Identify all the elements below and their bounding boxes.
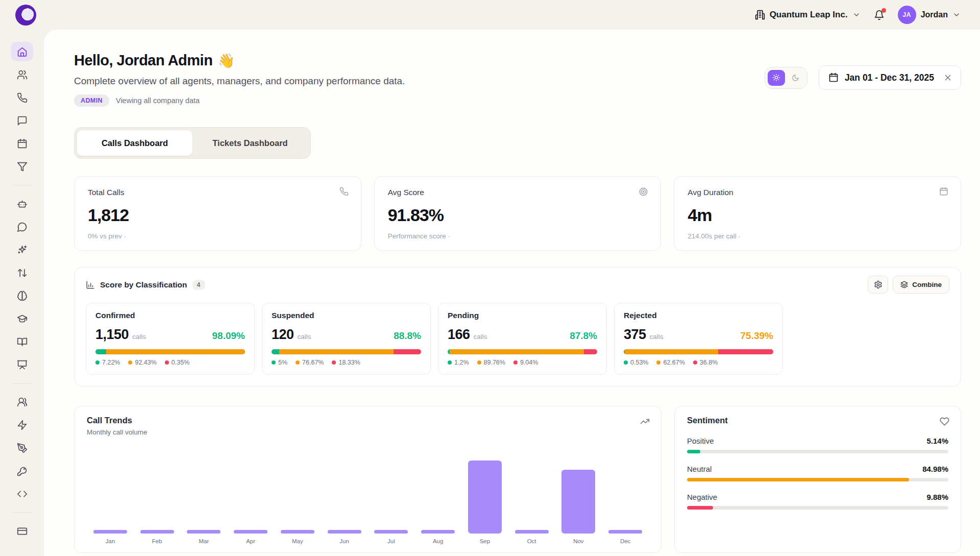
trending-up-icon xyxy=(640,417,650,426)
classification-bar xyxy=(272,349,421,354)
users-round-icon xyxy=(17,397,28,407)
bar-segment xyxy=(584,349,597,354)
stat-value: 4m xyxy=(688,205,947,225)
sidebar-item-phone[interactable] xyxy=(11,88,33,107)
phone-icon xyxy=(339,187,349,196)
trend-bar[interactable] xyxy=(608,530,642,534)
sidebar-item-filter[interactable] xyxy=(11,157,33,176)
sidebar-item-presentation[interactable] xyxy=(11,355,33,374)
trend-bar[interactable] xyxy=(281,530,314,534)
classification-calls: 1,150 xyxy=(95,327,129,343)
classification-bar xyxy=(448,349,597,354)
classification-bar xyxy=(624,349,773,354)
sidebar-item-code[interactable] xyxy=(11,484,33,503)
legend-dot-icon xyxy=(95,360,100,365)
classification-calls-suffix: calls xyxy=(298,333,311,341)
presentation-icon xyxy=(17,359,28,370)
classification-score: 98.09% xyxy=(212,330,245,342)
sidebar-item-credit-card[interactable] xyxy=(11,521,33,541)
trend-bar[interactable] xyxy=(515,530,549,534)
trend-bar[interactable] xyxy=(374,530,408,534)
month-label: Sep xyxy=(480,538,490,544)
company-switcher[interactable]: Quantum Leap Inc. xyxy=(755,10,861,20)
trend-bar[interactable] xyxy=(421,530,455,534)
bar-segment xyxy=(272,349,279,354)
sidebar-item-users[interactable] xyxy=(11,65,33,84)
notifications-button[interactable] xyxy=(874,10,885,20)
trend-bar[interactable] xyxy=(328,530,361,534)
stat-caption: Performance score · xyxy=(388,232,648,240)
sidebar-divider xyxy=(12,383,32,383)
sentiment-fill xyxy=(687,478,909,481)
light-mode-button[interactable] xyxy=(768,70,785,86)
layers-icon xyxy=(900,281,908,288)
tab-tickets-dashboard[interactable]: Tickets Dashboard xyxy=(192,130,308,156)
bot-icon xyxy=(17,199,28,209)
legend-item: 76.67% xyxy=(296,359,324,366)
sidebar-item-bot[interactable] xyxy=(11,194,33,213)
settings-button[interactable] xyxy=(868,276,888,294)
user-menu[interactable]: JA Jordan xyxy=(898,6,961,24)
sidebar-item-graduation-cap[interactable] xyxy=(11,309,33,328)
dashboard-tabs: Calls Dashboard Tickets Dashboard xyxy=(74,127,311,159)
sidebar-item-arrows-up-down[interactable] xyxy=(11,263,33,282)
sidebar-divider xyxy=(12,512,32,513)
theme-toggle[interactable] xyxy=(765,67,807,89)
sidebar-item-message-circle[interactable] xyxy=(11,217,33,236)
trend-bar[interactable] xyxy=(561,470,595,534)
app-logo[interactable] xyxy=(15,5,36,26)
sidebar-item-zap[interactable] xyxy=(11,415,33,434)
date-range-picker[interactable]: Jan 01 - Dec 31, 2025 xyxy=(819,65,961,90)
dark-mode-button[interactable] xyxy=(787,70,804,86)
trend-column: Aug xyxy=(414,444,461,544)
home-icon xyxy=(17,46,28,57)
clear-date-icon[interactable] xyxy=(943,73,952,82)
classification-title: Pending xyxy=(448,311,597,320)
trend-bar[interactable] xyxy=(234,530,267,534)
sidebar-item-home[interactable] xyxy=(11,42,33,61)
page-subtitle: Complete overview of all agents, manager… xyxy=(74,76,405,87)
sidebar-item-users-round[interactable] xyxy=(11,392,33,412)
sidebar-item-key[interactable] xyxy=(11,461,33,480)
trend-bar[interactable] xyxy=(93,530,127,534)
target-icon xyxy=(639,187,648,197)
stat-value: 91.83% xyxy=(388,205,648,225)
legend-item: 36.8% xyxy=(693,359,718,366)
tab-calls-dashboard[interactable]: Calls Dashboard xyxy=(77,130,192,156)
classification-title: Rejected xyxy=(624,311,773,320)
message-circle-icon xyxy=(17,222,28,232)
legend-item: 9.04% xyxy=(513,359,538,366)
trend-bar[interactable] xyxy=(140,530,174,534)
classification-score: 87.8% xyxy=(570,330,597,342)
topbar: Quantum Leap Inc. JA Jordan xyxy=(0,0,980,30)
legend-item: 0.35% xyxy=(165,359,189,366)
sidebar-item-brain[interactable] xyxy=(11,286,33,305)
sidebar-item-pen-tool[interactable] xyxy=(11,438,33,457)
brain-icon xyxy=(17,291,28,301)
pen-tool-icon xyxy=(17,443,28,453)
month-label: Aug xyxy=(433,538,443,544)
trend-bar[interactable] xyxy=(468,461,502,534)
stat-caption: 0% vs prev · xyxy=(88,232,348,240)
sidebar-item-sparkles[interactable] xyxy=(11,240,33,259)
legend-item: 62.67% xyxy=(656,359,684,366)
trend-column: Jan xyxy=(87,444,134,544)
sentiment-label: Positive xyxy=(687,437,714,445)
legend-dot-icon xyxy=(624,360,628,365)
sidebar-item-calendar[interactable] xyxy=(11,134,33,153)
classification-calls-suffix: calls xyxy=(132,333,146,341)
stat-cards: Total Calls 1,812 0% vs prev · Avg Score… xyxy=(74,176,961,251)
sentiment-label: Negative xyxy=(687,493,717,501)
sentiment-track xyxy=(687,450,948,453)
sidebar-item-message-square[interactable] xyxy=(11,111,33,130)
trend-bar[interactable] xyxy=(187,530,220,534)
month-label: Dec xyxy=(620,538,630,544)
month-label: Apr xyxy=(246,538,255,544)
stat-label: Avg Score xyxy=(388,188,648,197)
combine-button[interactable]: Combine xyxy=(893,276,949,294)
month-label: Jan xyxy=(106,538,115,544)
sidebar-item-book-open[interactable] xyxy=(11,332,33,351)
legend-dot-icon xyxy=(448,360,452,365)
legend-dot-icon xyxy=(477,360,481,365)
classification-calls: 120 xyxy=(272,327,294,343)
